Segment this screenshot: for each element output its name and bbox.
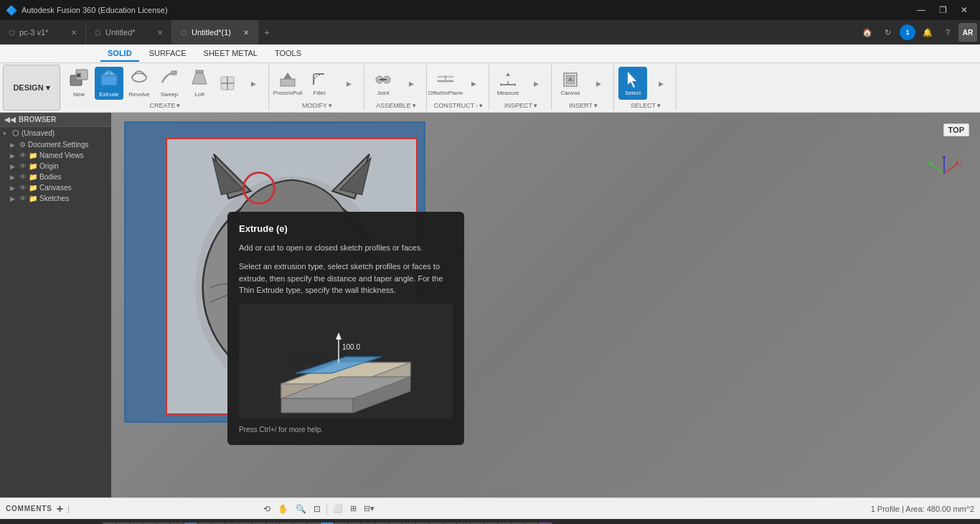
create-more-button[interactable]: ▸ <box>241 67 265 100</box>
tab-bar-right: 🏠 ↻ 1 🔔 ? AR <box>858 20 980 45</box>
notifications-button[interactable]: 🔔 <box>918 23 937 42</box>
eye-icon: 👁 <box>19 151 27 159</box>
browser-item-doc-settings[interactable]: ▶ ⚙ Document Settings <box>0 139 111 150</box>
toolbar-group-create: ▣ New Extrude <box>62 65 269 111</box>
measure-button[interactable]: Measure <box>494 67 522 100</box>
sweep-button[interactable]: Sweep <box>155 67 184 100</box>
comments-divider: | <box>67 505 70 513</box>
select-button[interactable]: Select <box>618 67 647 100</box>
svg-marker-25 <box>506 72 510 76</box>
new-component-icon: ▣ <box>69 68 89 90</box>
window-controls: — ❐ ✕ <box>911 0 974 20</box>
svg-text:▣: ▣ <box>76 72 82 78</box>
tab-untitled1[interactable]: ⬡ Untitled* ✕ <box>86 20 172 45</box>
display-mode-button[interactable]: ⬜ <box>330 502 346 515</box>
help-button[interactable]: ? <box>938 23 957 42</box>
tab-pc3-close[interactable]: ✕ <box>71 29 77 37</box>
toolbar-group-select: Select ▸ SELECT ▾ <box>616 65 677 111</box>
zoom-button[interactable]: 🔍 <box>293 502 309 515</box>
loft-button[interactable]: Loft <box>185 67 214 100</box>
minimize-button[interactable]: — <box>911 0 931 20</box>
browser-item-canvases[interactable]: ▶ 👁 📁 Canvases <box>0 182 111 193</box>
fillet-button[interactable]: Fillet <box>305 67 334 100</box>
comments-label: COMMENTS <box>6 505 52 513</box>
canvases-arrow: ▶ <box>10 184 17 192</box>
extrude-button[interactable]: Extrude <box>95 67 123 100</box>
new-component-label: New <box>73 92 85 98</box>
title-bar: 🔷 Autodesk Fusion 360 (Education License… <box>0 0 980 20</box>
construct-tools: Offset\nPlane ▸ <box>431 66 486 100</box>
profile-button[interactable]: AR <box>958 23 977 42</box>
close-button[interactable]: ✕ <box>954 0 974 20</box>
inspect-group-label: INSPECT ▾ <box>504 102 537 109</box>
design-label: DESIGN <box>13 83 43 92</box>
tab-pc3[interactable]: ⬡ pc-3 v1* ✕ <box>0 20 86 45</box>
doc-settings-gear-icon: ⚙ <box>19 141 26 149</box>
tab-tools[interactable]: TOOLS <box>268 46 308 62</box>
sweep-icon <box>160 68 179 90</box>
construct-more-button[interactable]: ▸ <box>461 67 486 100</box>
modify-more-button[interactable]: ▸ <box>336 67 361 100</box>
named-views-folder-icon: 📁 <box>29 151 37 159</box>
grid-button[interactable]: ⊞ <box>347 502 359 515</box>
revolve-button[interactable]: Revolve <box>125 67 154 100</box>
canvases-eye-icon: 👁 <box>19 184 27 192</box>
new-tab-button[interactable]: + <box>258 20 275 45</box>
pan-button[interactable]: ✋ <box>275 502 291 515</box>
toolbar-group-modify: Press\nPull Fillet ▸ MODIFY ▾ <box>270 65 364 111</box>
browser-item-named-views[interactable]: ▶ 👁 📁 Named Views <box>0 150 111 161</box>
offset-plane-button[interactable]: Offset\nPlane <box>431 67 460 100</box>
tab-untitled2[interactable]: ⬡ Untitled*(1) ✕ <box>172 20 258 45</box>
tab-untitled1-close[interactable]: ✕ <box>157 29 163 37</box>
tab-surface[interactable]: SURFACE <box>142 46 194 62</box>
tooltip-illustration: 100.0 <box>239 304 453 418</box>
tab-untitled2-icon: ⬡ <box>181 29 187 37</box>
revolve-icon <box>130 68 149 90</box>
press-pull-button[interactable]: Press\nPull <box>273 67 302 100</box>
modify-tools: Press\nPull Fillet ▸ <box>273 66 361 100</box>
browser-item-origin[interactable]: ▶ 👁 📁 Origin <box>0 161 111 172</box>
menu-tabs: SOLID SURFACE SHEET METAL TOOLS <box>0 45 980 63</box>
rib-button[interactable] <box>215 67 240 100</box>
new-component-button[interactable]: ▣ New <box>65 67 93 100</box>
tab-solid[interactable]: SOLID <box>100 46 139 62</box>
assemble-more-button[interactable]: ▸ <box>399 67 423 100</box>
tooltip-description1: Add or cut to open or closed sketch prof… <box>239 242 453 254</box>
insert-canvas-button[interactable]: Canvas <box>556 67 585 100</box>
comments-add-button[interactable]: + <box>57 502 63 515</box>
tab-untitled2-close[interactable]: ✕ <box>243 29 249 37</box>
orbit-button[interactable]: ⟲ <box>260 502 273 515</box>
toolbar-group-assemble: Joint ▸ ASSEMBLE ▾ <box>366 65 427 111</box>
svg-marker-50 <box>956 161 958 165</box>
revolve-label: Revolve <box>129 92 150 98</box>
bodies-folder-icon: 📁 <box>29 173 37 181</box>
select-more-button[interactable]: ▸ <box>649 67 673 100</box>
toolbar-group-insert: Canvas ▸ INSERT ▾ <box>553 65 614 111</box>
bodies-eye-icon: 👁 <box>19 173 27 181</box>
toolbar-group-inspect: Measure ▸ INSPECT ▾ <box>491 65 552 111</box>
maximize-button[interactable]: ❐ <box>933 0 953 20</box>
refresh-button[interactable]: ↻ <box>878 23 897 42</box>
user-button[interactable]: 1 <box>898 23 917 42</box>
browser-item-bodies[interactable]: ▶ 👁 📁 Bodies <box>0 172 111 182</box>
bodies-label: Bodies <box>39 173 62 181</box>
display-settings-button[interactable]: ⊟▾ <box>361 502 377 515</box>
canvas: TOP X Y Extrude (e) <box>111 113 980 497</box>
doc-settings-arrow: ▶ <box>10 141 17 149</box>
tab-sheet-metal[interactable]: SHEET METAL <box>197 46 265 62</box>
svg-rect-13 <box>281 79 295 86</box>
browser-nav-back[interactable]: ◀◀ <box>4 116 16 123</box>
browser-header: ◀◀ BROWSER <box>0 113 111 127</box>
browser-item-root[interactable]: ▾ ⬡ (Unsaved) <box>0 127 111 139</box>
inspect-more-button[interactable]: ▸ <box>524 67 548 100</box>
insert-more-button[interactable]: ▸ <box>586 67 611 100</box>
design-button[interactable]: DESIGN ▾ <box>3 65 60 111</box>
svg-marker-34 <box>340 158 371 195</box>
new-joint-button[interactable]: Joint <box>369 67 397 100</box>
browser-item-sketches[interactable]: ▶ 👁 📁 Sketches <box>0 193 111 204</box>
main-area: ◀◀ BROWSER ▾ ⬡ (Unsaved) ▶ ⚙ Document Se… <box>0 113 980 497</box>
tab-untitled1-label: Untitled* <box>105 28 136 37</box>
inspect-tools: Measure ▸ <box>494 66 548 100</box>
home-button[interactable]: 🏠 <box>858 23 877 42</box>
zoom-fit-button[interactable]: ⊡ <box>311 502 324 515</box>
